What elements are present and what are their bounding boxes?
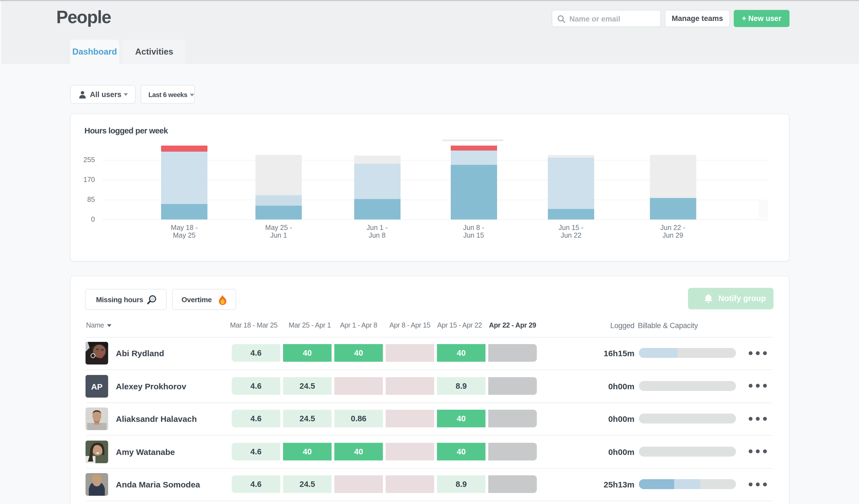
svg-text:AP: AP (91, 382, 103, 391)
